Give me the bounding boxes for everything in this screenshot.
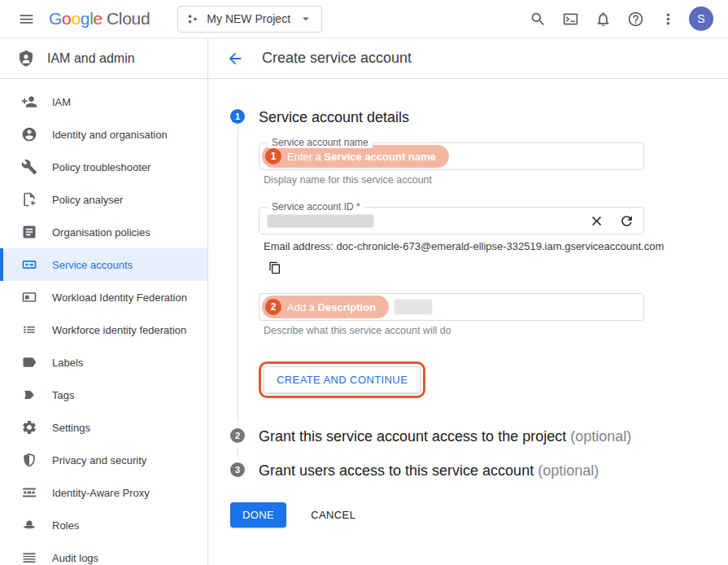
- logo-letter: e: [94, 9, 102, 28]
- sidebar-item-tags[interactable]: Tags: [0, 379, 207, 411]
- clear-icon[interactable]: [587, 212, 605, 230]
- step-2-optional: (optional): [566, 428, 631, 445]
- step-1-title: Service account details: [259, 107, 728, 128]
- redacted-id-value: [268, 215, 373, 227]
- service-account-name-input[interactable]: Service account name 1 Enter a Service a…: [259, 142, 644, 170]
- sidebar-item-settings[interactable]: Settings: [0, 411, 207, 444]
- tutorial-annotation-2: 2 Add a Description: [262, 296, 389, 318]
- step-1-badge: 1: [230, 109, 245, 124]
- policy-analyser-icon: [21, 191, 37, 208]
- wrench-icon: [21, 159, 37, 175]
- google-cloud-logo[interactable]: Google Cloud: [49, 9, 150, 28]
- done-button[interactable]: DONE: [230, 502, 286, 528]
- logo-letter: o: [71, 9, 80, 28]
- copy-icon[interactable]: [268, 261, 283, 275]
- cancel-button[interactable]: CANCEL: [311, 509, 355, 521]
- logo-letter: o: [62, 9, 71, 28]
- step-3-badge: 3: [230, 462, 245, 477]
- audit-logs-icon: [21, 550, 37, 565]
- avatar[interactable]: S: [689, 7, 713, 31]
- search-icon[interactable]: [521, 2, 554, 35]
- back-arrow-icon[interactable]: [226, 49, 246, 68]
- step-3: 3 Grant users access to this service acc…: [230, 460, 728, 481]
- person-circle-icon: [21, 126, 37, 142]
- project-selector[interactable]: My NEW Project: [177, 6, 322, 33]
- sidebar-item-workforce-identity-federation[interactable]: Workforce identity federation: [0, 313, 207, 346]
- tag-icon: [21, 387, 37, 403]
- step-3-title: Grant users access to this service accou…: [259, 460, 728, 481]
- google-cloud-console: Google Cloud My NEW Project: [0, 0, 728, 565]
- id-card-icon: [21, 289, 37, 305]
- sidebar-item-roles[interactable]: Roles: [0, 509, 207, 541]
- logo-letter: G: [49, 9, 62, 28]
- project-name: My NEW Project: [207, 12, 290, 25]
- sidebar-item-workload-identity-federation[interactable]: Workload Identity Federation: [0, 281, 207, 313]
- refresh-icon[interactable]: [617, 212, 635, 230]
- step-2: 2 Grant this service account access to t…: [230, 426, 728, 460]
- sidebar-item-privacy-and-security[interactable]: Privacy and security: [0, 444, 207, 476]
- label-icon: [21, 354, 37, 370]
- service-account-id-input[interactable]: Service account ID *: [259, 207, 644, 234]
- document-icon: [21, 224, 37, 240]
- sidebar-item-identity-and-organisation[interactable]: Identity and organisation: [0, 118, 207, 151]
- main-panel: Create service account 1 Service account…: [208, 38, 728, 565]
- topbar-actions: S: [521, 2, 721, 35]
- description-input[interactable]: 2 Add a Description: [259, 293, 644, 321]
- sidebar-item-labels[interactable]: Labels: [0, 346, 207, 379]
- service-account-key-icon: [21, 256, 37, 273]
- step-3-rail: 3: [230, 460, 245, 481]
- more-vert-icon[interactable]: [652, 2, 684, 35]
- iam-shield-person-icon: [16, 49, 36, 68]
- redacted-description-value: [395, 300, 432, 314]
- step-2-title: Grant this service account access to the…: [259, 426, 641, 447]
- sidebar-item-service-accounts[interactable]: Service accounts: [0, 248, 207, 281]
- page-title: Create service account: [262, 50, 412, 67]
- annotation-2-text: Add a Description: [287, 301, 376, 313]
- menu-icon[interactable]: [10, 2, 42, 35]
- body-row: IAM and admin IAM Identity and organisat…: [0, 38, 728, 565]
- sidebar-item-policy-troubleshooter[interactable]: Policy troubleshooter: [0, 151, 207, 183]
- page-header: Create service account: [208, 38, 728, 79]
- help-icon[interactable]: [619, 2, 652, 35]
- notifications-icon[interactable]: [586, 2, 619, 35]
- step-connector-line: [238, 448, 238, 457]
- form-actions: DONE CANCEL: [230, 502, 728, 528]
- step-2-badge: 2: [230, 428, 245, 443]
- step-1-rail: 1: [230, 107, 245, 426]
- name-helper-text: Display name for this service account: [264, 174, 644, 186]
- step-3-optional: (optional): [534, 462, 599, 479]
- project-icon: [185, 11, 200, 27]
- step-1: 1 Service account details Service accoun…: [230, 107, 728, 426]
- service-account-name-label: Service account name: [268, 137, 373, 148]
- logo-cloud-text: Cloud: [107, 9, 150, 28]
- sidebar-title: IAM and admin: [47, 51, 135, 66]
- create-and-continue-button[interactable]: CREATE AND CONTINUE: [264, 366, 421, 393]
- step-2-rail: 2: [230, 426, 245, 460]
- service-account-form: Service account name 1 Enter a Service a…: [259, 142, 644, 398]
- list-icon: [21, 322, 37, 338]
- gear-icon: [21, 419, 37, 436]
- sidebar-nav: IAM Identity and organisation Policy tro…: [0, 79, 207, 565]
- page-content: 1 Service account details Service accoun…: [208, 79, 728, 565]
- tutorial-highlight-outline: CREATE AND CONTINUE: [259, 361, 425, 398]
- sidebar-item-organisation-policies[interactable]: Organisation policies: [0, 216, 207, 248]
- tutorial-annotation-1: 1 Enter a Service account name: [262, 145, 449, 168]
- proxy-icon: [21, 484, 37, 501]
- description-helper-text: Describe what this service account will …: [264, 325, 644, 336]
- step-connector-line: [238, 129, 238, 423]
- person-add-icon: [21, 94, 37, 110]
- top-bar: Google Cloud My NEW Project: [0, 0, 728, 38]
- logo-letter: g: [81, 9, 89, 28]
- chevron-down-icon: [299, 11, 313, 26]
- annotation-1-number: 1: [265, 148, 281, 164]
- shield-icon: [21, 452, 37, 468]
- sidebar-item-audit-logs[interactable]: Audit logs: [0, 541, 207, 565]
- sidebar-header: IAM and admin: [0, 38, 207, 79]
- roles-hat-icon: [21, 517, 37, 533]
- sidebar-item-iam[interactable]: IAM: [0, 85, 207, 118]
- sidebar-item-policy-analyser[interactable]: Policy analyser: [0, 183, 207, 216]
- cloud-shell-icon[interactable]: [554, 2, 586, 35]
- sidebar: IAM and admin IAM Identity and organisat…: [0, 38, 208, 565]
- sidebar-item-identity-aware-proxy[interactable]: Identity-Aware Proxy: [0, 476, 207, 509]
- service-account-id-label: Service account ID *: [268, 201, 364, 212]
